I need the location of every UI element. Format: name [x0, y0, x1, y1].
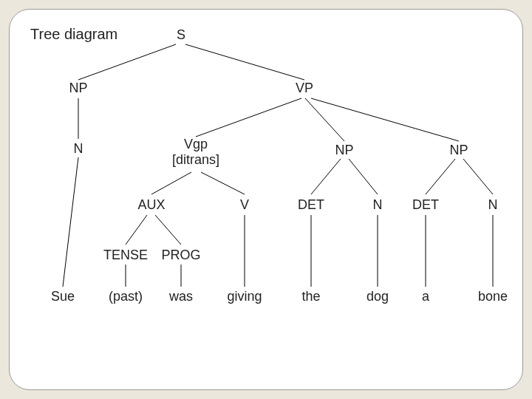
svg-line-4 — [305, 98, 344, 141]
terminal-a: a — [422, 289, 429, 304]
svg-line-6 — [151, 172, 191, 194]
node-np-subj: NP — [69, 81, 87, 96]
terminal-was: was — [169, 289, 193, 304]
node-v: V — [240, 197, 249, 213]
terminal-dog: dog — [366, 289, 389, 304]
node-np-obj2: NP — [449, 143, 468, 158]
svg-line-1 — [185, 44, 304, 80]
svg-line-13 — [155, 215, 181, 245]
node-np-obj1: NP — [335, 143, 353, 158]
node-s: S — [177, 27, 185, 43]
node-tense: TENSE — [103, 248, 148, 263]
svg-line-12 — [126, 215, 147, 245]
node-n-subj: N — [74, 141, 83, 157]
node-vgp: Vgp [ditrans] — [172, 137, 219, 167]
svg-line-21 — [63, 157, 78, 287]
svg-line-8 — [311, 159, 341, 194]
node-n-obj1: N — [373, 197, 383, 213]
terminal-the: the — [301, 289, 320, 304]
svg-line-0 — [78, 44, 176, 80]
node-prog: PROG — [161, 248, 200, 263]
svg-line-3 — [196, 98, 301, 137]
svg-line-7 — [201, 172, 245, 194]
terminal-giving: giving — [227, 289, 262, 304]
terminal-bone: bone — [478, 289, 508, 304]
diagram-card: Tree diagram — [9, 9, 523, 390]
svg-line-5 — [311, 98, 459, 141]
terminal-past: (past) — [109, 289, 143, 304]
node-aux: AUX — [137, 197, 165, 213]
node-n-obj2: N — [488, 197, 498, 213]
svg-line-11 — [463, 159, 493, 194]
node-vp: VP — [296, 81, 313, 96]
svg-line-10 — [426, 159, 455, 194]
svg-line-9 — [349, 159, 378, 194]
terminal-sue: Sue — [51, 289, 75, 304]
tree-edges — [10, 10, 524, 391]
node-det1: DET — [298, 197, 324, 213]
node-det2: DET — [412, 197, 439, 213]
